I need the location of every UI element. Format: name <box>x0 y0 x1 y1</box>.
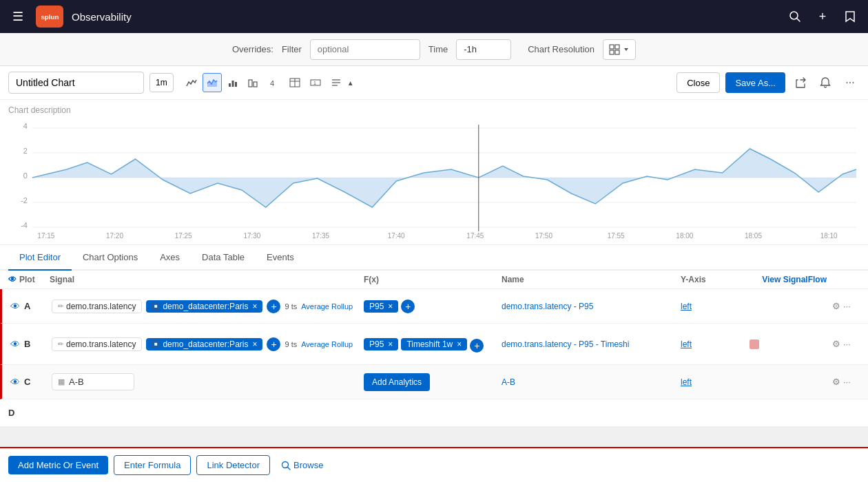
row-c-name[interactable]: A-B <box>502 377 681 387</box>
time-button[interactable]: 1m <box>149 73 174 92</box>
single-value-icon[interactable]: 1 <box>306 73 325 92</box>
dots-icon-c[interactable]: ··· <box>843 377 851 387</box>
row-a-yaxis[interactable]: left <box>681 302 750 311</box>
svg-text:17:15: 17:15 <box>37 232 54 240</box>
row-c-formula: ▦ A-B <box>52 373 364 390</box>
splunk-logo: splunk> <box>36 6 63 28</box>
row-a-actions: ⚙ ··· <box>832 301 860 311</box>
chart-res-button[interactable] <box>603 39 636 60</box>
add-icon[interactable]: + <box>813 7 832 26</box>
add-fx-a[interactable]: + <box>401 300 415 313</box>
table-icon[interactable] <box>285 73 304 92</box>
metric-tag-a[interactable]: ✏ demo.trans.latency <box>52 300 142 313</box>
gear-icon-a[interactable]: ⚙ <box>832 301 840 311</box>
app-title: Observability <box>72 11 777 23</box>
row-b-fx: P95 × Timeshift 1w × + <box>364 336 502 353</box>
row-b-yaxis[interactable]: left <box>681 339 750 349</box>
svg-rect-3 <box>610 45 614 49</box>
filter-tag-b[interactable]: ■ demo_datacenter:Paris × <box>146 338 262 350</box>
bookmark-icon[interactable] <box>840 7 860 26</box>
add-filter-a[interactable]: + <box>267 300 280 313</box>
heatmap-icon[interactable]: 4 <box>265 73 284 92</box>
svg-text:18:05: 18:05 <box>745 232 762 240</box>
hamburger-icon[interactable]: ☰ <box>8 7 28 26</box>
col-view-signalflow[interactable]: View SignalFlow <box>750 275 832 284</box>
fx-remove-p95-b[interactable]: × <box>388 339 393 349</box>
formula-display[interactable]: ▦ A-B <box>52 373 134 390</box>
row-c-eye[interactable]: 👁 <box>10 377 20 388</box>
chart-title-input[interactable] <box>8 72 144 94</box>
dots-icon-b[interactable]: ··· <box>843 339 851 349</box>
search-icon[interactable] <box>785 7 805 26</box>
overrides-bar: Overrides: Filter Time Chart Resolution <box>0 33 868 66</box>
svg-text:1: 1 <box>313 81 316 85</box>
fx-remove-p95-a[interactable]: × <box>388 302 393 311</box>
event-feed-icon[interactable] <box>327 73 346 92</box>
gear-icon-b[interactable]: ⚙ <box>832 339 840 349</box>
row-d-empty: D <box>0 399 868 427</box>
add-fx-b[interactable]: + <box>470 339 484 353</box>
table-row: 👁 A ✏ demo.trans.latency ■ demo_datacent… <box>0 289 868 324</box>
ts-label-a: 9 ts <box>285 302 297 311</box>
tab-chart-options[interactable]: Chart Options <box>72 245 149 271</box>
col-yaxis: Y-Axis <box>681 275 750 284</box>
row-a-name[interactable]: demo.trans.latency - P95 <box>502 302 681 311</box>
add-filter-b[interactable]: + <box>267 337 280 351</box>
chart-res-label: Chart Resolution <box>528 44 595 54</box>
svg-text:17:25: 17:25 <box>175 232 192 240</box>
row-a-eye[interactable]: 👁 <box>10 301 20 312</box>
row-c-actions: ⚙ ··· <box>832 377 860 387</box>
formula-value: A-B <box>69 377 84 387</box>
add-analytics-button[interactable]: Add Analytics <box>364 373 430 391</box>
more-icon[interactable]: ··· <box>840 73 860 92</box>
row-b-actions: ⚙ ··· <box>832 339 860 349</box>
share-icon[interactable] <box>791 73 810 92</box>
row-b-name[interactable]: demo.trans.latency - P95 - Timeshi <box>502 339 681 349</box>
filter-input[interactable] <box>310 39 420 60</box>
fx-remove-ts-b[interactable]: × <box>457 339 462 349</box>
svg-rect-8 <box>229 83 231 87</box>
ts-label-b: 9 ts <box>285 340 297 348</box>
time-input[interactable] <box>456 39 511 60</box>
fx-tag-p95-b[interactable]: P95 × <box>364 338 398 350</box>
bar-chart-icon[interactable] <box>223 73 242 92</box>
eye-all-icon[interactable]: 👁 <box>8 275 17 284</box>
dots-icon-a[interactable]: ··· <box>843 301 851 311</box>
gear-icon-c[interactable]: ⚙ <box>832 377 840 387</box>
filter-remove-a[interactable]: × <box>252 302 257 311</box>
svg-text:17:45: 17:45 <box>466 232 484 240</box>
column-chart-icon[interactable] <box>244 73 263 92</box>
saveas-button[interactable]: Save As... <box>725 72 785 93</box>
line-chart-icon[interactable] <box>182 73 201 92</box>
svg-rect-11 <box>249 80 252 87</box>
svg-text:17:30: 17:30 <box>243 232 260 240</box>
fx-tag-p95-a[interactable]: P95 × <box>364 300 398 313</box>
col-fx: F(x) <box>364 275 502 284</box>
tab-axes[interactable]: Axes <box>149 245 191 271</box>
svg-text:17:20: 17:20 <box>106 232 123 240</box>
overrides-label: Overrides: <box>232 44 273 54</box>
tab-data-table[interactable]: Data Table <box>191 245 256 271</box>
svg-text:4: 4 <box>270 79 274 87</box>
tab-plot-editor[interactable]: Plot Editor <box>8 245 72 271</box>
notification-icon[interactable] <box>816 73 835 92</box>
chart-type-icons: 4 1 ▲ <box>182 73 354 92</box>
svg-line-2 <box>797 19 800 22</box>
tab-events[interactable]: Events <box>256 245 305 271</box>
row-c-yaxis[interactable]: left <box>681 377 750 387</box>
close-button[interactable]: Close <box>676 72 720 93</box>
fx-tag-timeshift-b[interactable]: Timeshift 1w × <box>401 338 467 350</box>
row-c-letter: 👁 C <box>10 377 52 388</box>
svg-rect-5 <box>610 50 614 54</box>
filter-tag-a[interactable]: ■ demo_datacenter:Paris × <box>146 300 262 313</box>
filter-remove-b[interactable]: × <box>252 339 257 349</box>
row-a-letter: 👁 A <box>10 301 52 312</box>
svg-rect-10 <box>235 82 237 87</box>
row-b-eye[interactable]: 👁 <box>10 339 20 350</box>
area-chart-icon[interactable] <box>203 73 222 92</box>
metric-tag-b[interactable]: ✏ demo.trans.latency <box>52 337 142 351</box>
row-c-fx: Add Analytics <box>364 373 502 391</box>
rollup-b: Average Rollup <box>301 340 353 348</box>
table-row: 👁 C ▦ A-B Add Analytics A-B left ⚙ ··· <box>0 365 868 399</box>
svg-rect-9 <box>231 81 234 87</box>
